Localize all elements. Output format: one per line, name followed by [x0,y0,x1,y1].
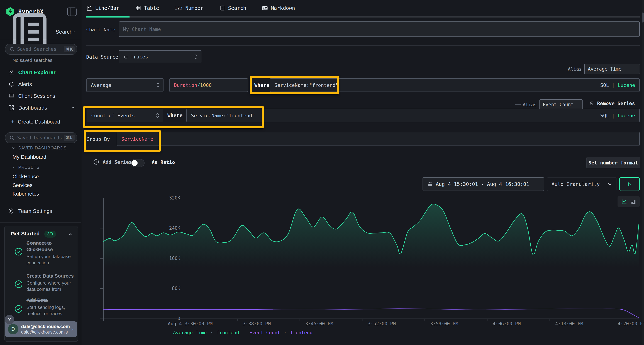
main-content: Line/Bar Table 123 Number Search [82,0,644,345]
search-section-header[interactable]: Search [0,26,82,37]
scrollbar-track[interactable] [642,0,644,345]
series2-where-label: Where [168,113,182,118]
series2-alias-inputbox [539,99,583,110]
tab-search[interactable]: Search [219,5,246,11]
chart-name-label: Chart Name [86,27,116,32]
tab-number[interactable]: 123 Number [175,5,204,11]
as-ratio-label: As Ratio [152,159,175,165]
y-tick-label: 320K [164,195,180,201]
divider [0,115,81,115]
series2-where-inputbox[interactable]: ServiceName:"frontend" SQL | Lucene [186,109,640,122]
series1-alias-inputbox [584,64,640,74]
sidebar-item-dashboards[interactable]: Dashboards [0,102,82,113]
get-started-item[interactable]: Add Data Start sending logs, metrics, or… [26,297,78,317]
run-query-button[interactable] [619,177,640,191]
chart-name-input[interactable] [119,26,639,32]
lucene-toggle[interactable]: Lucene [618,82,635,88]
tab-track [86,16,640,17]
series2-aggfn-select[interactable]: Count of Events [86,109,163,122]
updown-chevrons-icon [156,112,160,118]
check-circle-icon [14,304,23,314]
presets-group-header[interactable]: PRESETS [12,165,40,170]
sql-toggle[interactable]: SQL [600,113,609,118]
sidebar-item-kubernetes[interactable]: Kubernetes [12,191,39,197]
saved-searches-input[interactable]: Saved Searches ⌘K [5,44,77,55]
laptop-icon [8,93,15,99]
sidebar-item-client-sessions[interactable]: Client Sessions [0,90,82,101]
dashboards-icon [8,104,15,111]
tab-markdown[interactable]: Markdown [262,5,295,11]
sidebar-item-team-settings[interactable]: Team Settings [0,206,82,217]
sidebar-item-my-dashboard[interactable]: My Dashboard [12,154,46,160]
lucene-toggle[interactable]: Lucene [618,113,635,118]
alias-dash [559,69,565,69]
bell-icon [8,81,15,88]
series1-aggfn-select[interactable]: Average [86,78,164,92]
chevron-up-icon [73,29,76,34]
series1-where-inputbox[interactable]: ServiceName:"frontend" SQL | Lucene [270,78,640,92]
y-tick-label: 160K [164,256,180,261]
active-tab-indicator [86,16,130,17]
saved-dashboards-group-header[interactable]: SAVED DASHBOARDS [12,145,66,150]
saved-dashboards-input[interactable]: Saved Dashboards ⌘K [5,132,77,143]
sidebar-item-clickhouse[interactable]: ClickHouse [12,174,39,180]
alias-label: Alias [568,66,582,72]
date-range-picker[interactable]: Aug 4 15:30:01 - Aug 4 16:30:01 [422,177,544,191]
sidebar-collapse-icon[interactable] [67,7,76,16]
as-ratio-toggle[interactable] [130,159,144,167]
remove-series-button[interactable]: Remove Series [589,100,635,106]
x-tick-label: Aug 4 3:30:00 PM [168,321,212,327]
x-tick-label: 4:20:00 PM [618,321,644,327]
timeseries-chart[interactable] [100,197,643,322]
legend-series-group[interactable]: frontend [290,330,312,335]
updown-chevrons-icon [194,54,198,60]
sidebar-item-alerts[interactable]: Alerts [0,79,82,90]
set-number-format-button[interactable]: Set number format [586,157,640,168]
legend-series-group[interactable]: frontend [217,330,239,335]
view-tabs: Line/Bar Table 123 Number Search [82,0,644,16]
get-started-badge: 3/3 [44,231,56,238]
data-source-select[interactable]: Traces [119,50,202,63]
search-section-label: Search [56,29,72,35]
sidebar-item-chart-explorer[interactable]: Chart Explorer [0,67,82,78]
help-button[interactable]: ? [5,315,14,324]
tab-line-bar[interactable]: Line/Bar [86,5,119,11]
user-email: dale@clickhouse.com [21,324,70,329]
x-tick-label: 3:59:00 PM [430,321,458,327]
y-tick-label: 80K [164,286,180,291]
legend-series-name[interactable]: Average Time [173,330,207,335]
group-by-inputbox[interactable]: ServiceName [117,132,640,146]
chevron-down-icon [12,146,16,150]
sql-toggle[interactable]: SQL [600,82,609,88]
sidebar-item-services[interactable]: Services [12,182,32,188]
chevron-down-icon [12,165,16,169]
get-started-item[interactable]: Create Data Sources Configure where your… [26,273,78,293]
chart-name-inputbox [119,21,640,37]
create-dashboard-button[interactable]: + Create Dashboard [0,117,82,127]
no-saved-searches-text: No saved searches [12,57,52,63]
granularity-select[interactable]: Auto Granularity [547,177,616,191]
get-started-item[interactable]: Connect to ClickHouse Set up your databa… [26,240,76,266]
chevron-up-icon [71,105,76,110]
x-tick-label: 3:38:00 PM [243,321,271,327]
series2-alias-input[interactable] [540,102,582,107]
legend-dash: — [168,330,171,335]
alias-label: Alias [523,102,537,107]
legend-series-name[interactable]: Event Count [249,330,280,335]
number-123-icon: 123 [175,6,182,10]
tab-table[interactable]: Table [135,5,159,11]
table-icon [135,5,141,11]
toggle-knob [132,160,138,166]
user-sub: dale@clickhouse.com's [21,329,70,335]
add-series-button[interactable]: Add Series [93,159,132,165]
scrollbar-thumb[interactable] [642,12,644,22]
trash-icon [589,100,594,106]
series1-alias-input[interactable] [584,66,640,72]
check-circle-icon [14,280,23,289]
series1-field-input[interactable]: Duration/1000 [169,78,248,92]
circle-plus-icon [93,159,100,165]
group-by-label: Group By [86,136,110,142]
user-menu[interactable]: D dale@clickhouse.com dale@clickhouse.co… [5,322,77,337]
chevron-up-icon[interactable] [68,232,73,237]
play-icon [627,182,632,187]
